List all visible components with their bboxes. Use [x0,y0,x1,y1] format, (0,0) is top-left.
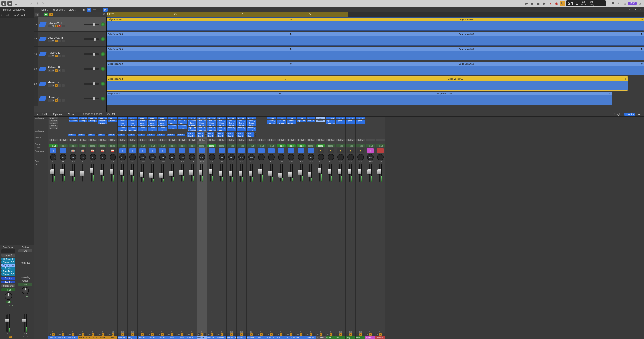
fader[interactable] [171,164,172,182]
automation-mode[interactable]: Read [138,144,147,148]
fader[interactable] [190,164,192,182]
channel-name[interactable]: Spac...k FX [266,336,276,339]
pan-knob[interactable]: 0 [90,154,96,160]
send-level-knob[interactable] [155,134,157,136]
fx-slot[interactable]: Tape Dly [277,120,286,122]
output-slot[interactable]: St Out [168,138,177,141]
output-slot[interactable]: St Out [237,138,246,141]
send-level-knob[interactable] [106,134,108,136]
fx-slot[interactable]: Gate [138,117,147,120]
track-s-button[interactable]: S [55,99,58,102]
send-slot[interactable]: Bus 4 [148,134,155,136]
fx-slot[interactable]: Amp [168,122,177,124]
solo-button[interactable]: S [191,333,193,336]
send-level-knob[interactable] [254,135,256,137]
solo-button[interactable]: S [72,333,74,336]
fader[interactable] [151,164,152,182]
fader[interactable] [161,164,162,182]
fader[interactable] [200,164,202,182]
pan-knob[interactable] [278,154,284,160]
fx-slot[interactable]: Tape Dly [296,120,306,122]
fx-slot[interactable]: DeEss2 [237,117,246,120]
fx-slot[interactable]: Exciter [237,124,246,127]
send-level-knob[interactable] [225,135,227,137]
send-level-knob[interactable] [165,134,167,136]
fx-slot[interactable]: Tape Dly [198,127,206,129]
fx-slot[interactable]: DeEss2 [208,117,216,120]
solo-button[interactable]: S [340,333,342,336]
extra-button[interactable] [75,333,77,336]
toolbar-icon-a[interactable]: ◻ [14,1,18,6]
send-slot[interactable]: Bus 4 [138,134,145,136]
pan-knob[interactable] [357,154,364,160]
solo-button[interactable]: S [141,333,144,336]
extra-button[interactable] [322,333,325,336]
fx-slot[interactable]: Pedals [128,120,137,122]
output-slot[interactable]: St Out [118,138,127,141]
track-s-button[interactable]: S [55,40,58,42]
send-slot[interactable]: Bus 4 [177,134,184,136]
output-slot[interactable]: St Out [208,138,216,141]
fader[interactable] [369,164,370,182]
fx-slot[interactable]: Tape Dly [227,127,236,129]
solo-button[interactable]: S [330,333,332,336]
solo-button[interactable]: S [26,336,28,338]
fader[interactable] [300,164,300,182]
mute-button[interactable]: M [79,333,81,336]
send-level-knob[interactable] [215,132,217,134]
channel-strip[interactable]: Read＋1.4-35.8RIMSStereo Out [366,117,376,339]
pan-knob[interactable] [268,154,274,160]
channel-name[interactable]: Chic...ickin' [138,336,147,339]
output-slot[interactable]: St Out [277,138,286,141]
automation-mode[interactable]: Read [208,144,216,148]
extra-button[interactable] [382,333,384,336]
channel-name[interactable]: Falsetto R [227,336,236,339]
channel-name[interactable]: Spac...elay [276,336,286,339]
send-slot[interactable]: Bus 4 ○ [2,276,15,280]
output-slot[interactable]: St Out [178,138,186,141]
fader[interactable] [270,164,271,182]
fx-slot[interactable]: Chan EQ [237,120,246,122]
track-m-button[interactable]: M [51,99,54,102]
output-slot[interactable]: St Out [128,138,137,141]
fader[interactable] [359,164,360,182]
send-level-knob[interactable] [225,132,227,134]
channel-strip[interactable]: Chan EQCompBus 2St OutRead🥁01.5RIMSKick [108,117,118,339]
region-header-row[interactable]: › Region: 2 selected [0,7,34,12]
send-slot[interactable]: Bus 3 [187,135,194,137]
tab-all[interactable]: All [636,112,642,116]
fx-slot[interactable]: Chan EQ [69,120,78,122]
automation-mode[interactable]: Read [69,144,78,148]
audio-region[interactable]: Edge Vocal#08↻Edge Vocal#08↻ [106,32,644,46]
channel-name[interactable]: monitor [316,336,326,339]
mute-button[interactable]: M [69,333,71,336]
output-slot[interactable]: Stereo Out [2,284,15,288]
fx-slot[interactable]: Tape Dly [217,127,226,129]
channel-name[interactable]: Falsetto L [217,336,226,339]
output-slot[interactable]: St Out [316,138,325,141]
fx-slot[interactable]: Comp [148,127,157,129]
channel-name[interactable]: Navi FX [306,336,316,339]
fader[interactable] [379,164,380,182]
send-slot[interactable]: Bus 2 [88,134,96,136]
fx-slot[interactable]: Gate [148,117,157,120]
automation-mode[interactable]: Read [188,144,196,148]
fx-slot[interactable]: Comp [267,117,276,120]
fx-slot[interactable]: Exciter [217,124,226,127]
volume-slider[interactable] [84,53,99,55]
volume-slider[interactable] [84,24,99,25]
pan-knob[interactable]: -36 [139,154,146,160]
send-level-knob[interactable] [175,134,177,136]
channel-strip[interactable]: GatePedalsAmpChan EQCompBus 4St OutRead＋… [177,117,187,339]
fx-slot[interactable]: DeEss2 [188,117,196,120]
mute-button[interactable]: M [287,333,290,336]
mute-button[interactable]: M [238,333,240,336]
channel-name[interactable]: Chic...ickin' [157,336,167,339]
mute-button[interactable]: M [128,333,131,336]
automation-mode[interactable]: Read [168,144,177,148]
fx-slot[interactable]: Amp [178,122,186,124]
back-icon[interactable]: ‹ [36,112,40,116]
automation-mode[interactable]: Read [336,144,345,148]
fx-slot[interactable]: Chroma [277,122,286,124]
edit-menu[interactable]: Edit⌄ [40,8,50,11]
